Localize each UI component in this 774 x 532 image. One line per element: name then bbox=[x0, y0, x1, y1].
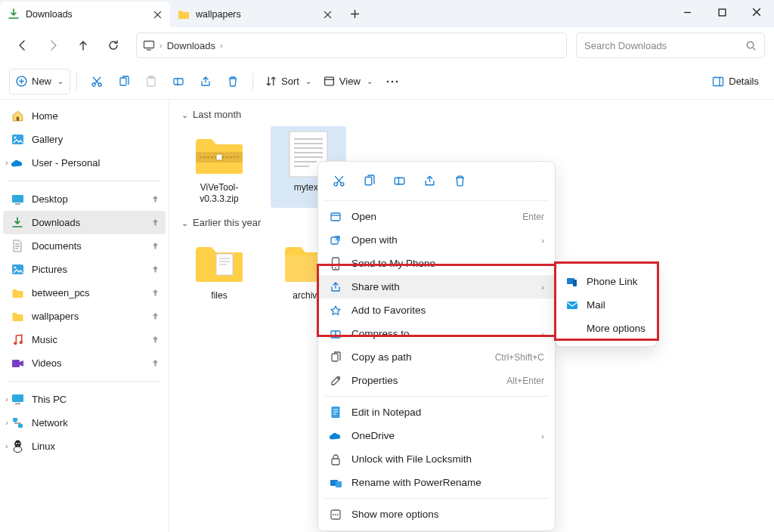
sidebar-item-gallery[interactable]: Gallery bbox=[3, 128, 166, 151]
delete-button[interactable] bbox=[448, 169, 471, 192]
tab-downloads[interactable]: Downloads bbox=[0, 2, 170, 27]
sidebar-label: Gallery bbox=[32, 134, 63, 145]
menu-item-copy-as-path[interactable]: Copy as path Ctrl+Shift+C bbox=[318, 345, 555, 369]
cut-button[interactable] bbox=[327, 169, 350, 192]
context-menu: Open Enter Open with › Send to My Phone … bbox=[317, 161, 556, 531]
back-button[interactable] bbox=[9, 32, 36, 59]
chevron-right-icon[interactable]: › bbox=[2, 159, 12, 167]
sidebar-item-wallpapers[interactable]: wallpapers bbox=[3, 305, 166, 328]
share-button[interactable] bbox=[418, 169, 441, 192]
onedrive-icon bbox=[329, 429, 342, 443]
menu-item-open[interactable]: Open Enter bbox=[318, 205, 555, 228]
menu-item-label: Phone Link bbox=[587, 276, 648, 287]
chevron-right-icon: › bbox=[541, 431, 544, 441]
sidebar-item-documents[interactable]: Documents bbox=[3, 234, 166, 258]
sort-button[interactable]: Sort ⌄ bbox=[259, 69, 317, 94]
copy-button[interactable] bbox=[358, 169, 380, 192]
rename-button[interactable] bbox=[165, 69, 192, 94]
new-label: New bbox=[32, 76, 51, 87]
svg-point-55 bbox=[337, 514, 339, 515]
svg-point-54 bbox=[335, 514, 336, 515]
sidebar-item-user-personal[interactable]: › User - Personal bbox=[3, 151, 166, 175]
menu-item-open-with[interactable]: Open with › bbox=[318, 228, 555, 252]
details-pane-button[interactable]: Details bbox=[706, 69, 765, 94]
pin-icon bbox=[151, 218, 159, 227]
new-button[interactable]: New ⌄ bbox=[9, 69, 70, 94]
sidebar-item-home[interactable]: Home bbox=[3, 104, 166, 128]
delete-button[interactable] bbox=[219, 69, 246, 94]
onedrive-icon bbox=[11, 156, 24, 170]
menu-item-label: More options bbox=[587, 323, 648, 334]
sidebar-item-network[interactable]: ›Network bbox=[3, 411, 166, 435]
menu-item-phone-link[interactable]: Phone Link bbox=[556, 270, 657, 293]
copy-button[interactable] bbox=[110, 69, 138, 94]
network-icon bbox=[11, 416, 24, 430]
svg-rect-49 bbox=[332, 459, 339, 465]
menu-item-onedrive[interactable]: OneDrive › bbox=[318, 424, 555, 447]
menu-item-mail[interactable]: Mail bbox=[556, 293, 657, 317]
group-header[interactable]: ⌄Last month bbox=[181, 109, 762, 120]
menu-item-edit-in-notepad[interactable]: Edit in Notepad bbox=[318, 401, 555, 424]
menu-item-compress-to-[interactable]: Compress to... › bbox=[318, 322, 555, 345]
sidebar-item-desktop[interactable]: Desktop bbox=[3, 187, 166, 211]
cut-button[interactable] bbox=[83, 69, 110, 94]
svg-rect-24 bbox=[12, 360, 20, 367]
chevron-right-icon[interactable]: › bbox=[2, 419, 12, 427]
svg-point-31 bbox=[15, 443, 17, 444]
thispc-icon bbox=[11, 393, 24, 407]
menu-item-show-more[interactable]: Show more options bbox=[318, 503, 555, 526]
sidebar-item-this-pc[interactable]: ›This PC bbox=[3, 388, 166, 411]
chevron-right-icon: › bbox=[541, 236, 544, 245]
svg-point-23 bbox=[19, 341, 22, 344]
maximize-button[interactable] bbox=[704, 0, 739, 24]
context-menu-actions-row bbox=[318, 166, 555, 196]
refresh-button[interactable] bbox=[100, 32, 127, 59]
forward-button[interactable] bbox=[39, 32, 67, 59]
tab-wallpapers[interactable]: wallpapers bbox=[170, 2, 340, 27]
breadcrumb-segment[interactable]: Downloads bbox=[167, 40, 215, 51]
close-icon[interactable] bbox=[152, 9, 163, 20]
compress-icon bbox=[329, 327, 342, 341]
menu-item-more-options[interactable]: More options bbox=[556, 317, 657, 340]
menu-item-share-with[interactable]: Share with › bbox=[318, 275, 555, 298]
more-button[interactable] bbox=[379, 69, 406, 94]
pin-icon bbox=[151, 312, 159, 320]
sidebar-item-downloads[interactable]: Downloads bbox=[3, 211, 166, 234]
search-input[interactable]: Search Downloads bbox=[576, 32, 765, 58]
menu-item-unlock-with-file-locksmith[interactable]: Unlock with File Locksmith bbox=[318, 447, 555, 471]
add-tab-button[interactable] bbox=[343, 2, 366, 25]
menu-item-add-to-favorites[interactable]: Add to Favorites bbox=[318, 298, 555, 322]
close-window-button[interactable] bbox=[739, 0, 774, 24]
close-icon[interactable] bbox=[322, 9, 333, 20]
svg-point-44 bbox=[335, 267, 336, 268]
menu-item-label: Compress to... bbox=[351, 328, 532, 339]
svg-point-13 bbox=[396, 80, 398, 82]
file-item[interactable]: files bbox=[181, 234, 257, 305]
menu-item-properties[interactable]: Properties Alt+Enter bbox=[318, 369, 555, 392]
sidebar-item-linux[interactable]: ›Linux bbox=[3, 435, 166, 458]
minimize-button[interactable] bbox=[670, 0, 704, 24]
menu-item-label: Open bbox=[351, 211, 513, 222]
chevron-right-icon[interactable]: › bbox=[2, 395, 12, 404]
sidebar-item-pictures[interactable]: Pictures bbox=[3, 258, 166, 281]
breadcrumb[interactable]: › Downloads › bbox=[136, 32, 567, 58]
sidebar-item-music[interactable]: Music bbox=[3, 328, 166, 351]
title-bar: Downloads wallpapers bbox=[0, 0, 774, 27]
chevron-right-icon[interactable]: › bbox=[2, 442, 12, 450]
context-submenu-share-with: Phone Link Mail More options bbox=[556, 263, 658, 347]
toolbar: New ⌄ Sort ⌄ View ⌄ Details bbox=[0, 63, 774, 100]
file-item[interactable]: ViVeTool-v0.3.3.zip bbox=[181, 126, 257, 208]
view-button[interactable]: View ⌄ bbox=[317, 69, 379, 94]
share-button[interactable] bbox=[192, 69, 219, 94]
menu-item-send-to-my-phone[interactable]: Send to My Phone bbox=[318, 252, 555, 275]
paste-button[interactable] bbox=[138, 69, 165, 94]
tab-label: wallpapers bbox=[196, 9, 316, 20]
svg-point-11 bbox=[387, 80, 389, 82]
pictures-icon bbox=[11, 263, 24, 277]
menu-item-rename-with-powerrename[interactable]: Rename with PowerRename bbox=[318, 471, 555, 494]
sidebar-item-between_pcs[interactable]: between_pcs bbox=[3, 281, 166, 305]
sidebar-label: User - Personal bbox=[32, 157, 100, 169]
sidebar-item-videos[interactable]: Videos bbox=[3, 351, 166, 375]
up-button[interactable] bbox=[70, 32, 97, 59]
rename-button[interactable] bbox=[388, 169, 410, 192]
